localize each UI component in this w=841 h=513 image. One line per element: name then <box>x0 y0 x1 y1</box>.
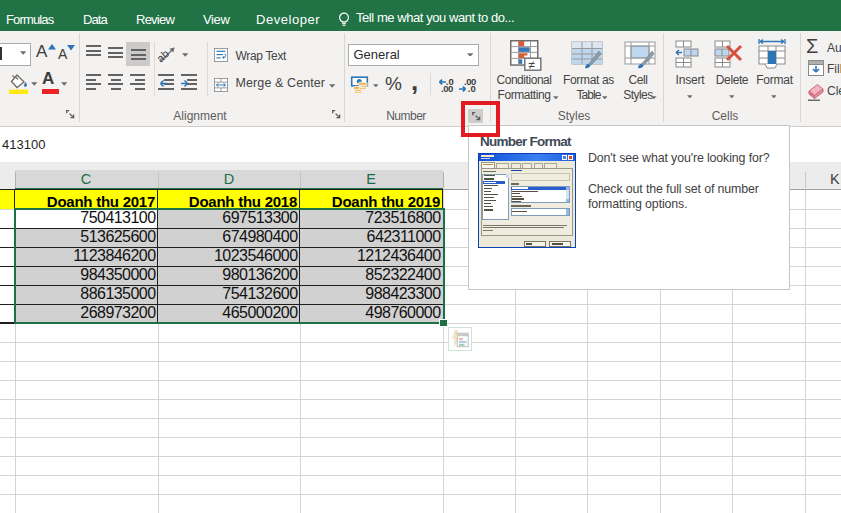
svg-text:≠: ≠ <box>528 57 535 71</box>
svg-text:ab: ab <box>156 47 171 64</box>
